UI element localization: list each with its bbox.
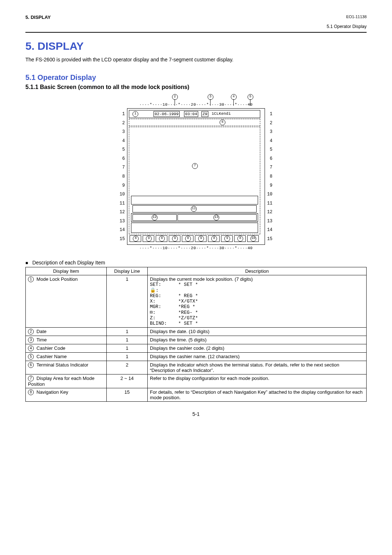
nav-key-box: 8: [182, 235, 193, 242]
item-number-icon: 7: [28, 376, 34, 381]
cell-line: 2 ~ 14: [107, 374, 148, 388]
col-desc: Description: [148, 267, 367, 275]
nav-key-box: 9: [169, 235, 180, 242]
nav-key-label: 9: [224, 236, 230, 242]
line-number: 4: [267, 137, 272, 145]
table-row: 3 Time1Displays the time. (5 digits): [26, 336, 367, 344]
cell-item: 3 Time: [26, 336, 107, 344]
intro-paragraph: The FS-2600 is provided with the LCD ope…: [25, 57, 367, 62]
nav-key-label: 8: [211, 236, 217, 242]
nav-key-label: 9: [198, 236, 204, 242]
cell-desc: Refer to the display configuration for e…: [148, 374, 367, 388]
table-header-row: Display Item Display Line Description: [26, 267, 367, 275]
leader-line: [233, 99, 234, 106]
callout-3: 3: [208, 94, 213, 100]
cell-line: 15: [107, 388, 148, 402]
line-number: 3: [267, 127, 272, 136]
callout-4: 4: [231, 94, 237, 100]
name-box: 1CLKendi: [211, 111, 260, 116]
square-bullet-icon: ■: [25, 260, 28, 266]
nav-key-label: 9: [146, 236, 152, 242]
label-11: 11: [191, 206, 197, 212]
col-line: Display Line: [107, 267, 148, 275]
screen-row-2: 6: [129, 119, 263, 126]
label-6: 6: [220, 119, 225, 125]
cell-item: 6 Terminal Status Indicator: [26, 361, 107, 374]
header-right: EO1-11138 5.1 Operator Display: [327, 15, 367, 29]
column-ruler-top: ····*····10····*····20····*····30····*··…: [118, 103, 275, 107]
screen-row-15: 89898989810: [129, 235, 263, 243]
line-number: 11: [267, 199, 272, 208]
header-rule: [25, 32, 367, 33]
nav-key-box: 8: [208, 235, 220, 242]
line-number: 10: [267, 190, 272, 199]
line-number: 15: [120, 235, 125, 243]
time-box: 03:04: [184, 111, 198, 117]
cell-desc: Displays the cashier code. (2 digits): [148, 344, 367, 353]
line-number: 7: [267, 163, 272, 172]
table-row: 7 Display Area for each Mode Position2 ~…: [26, 374, 367, 388]
table-caption-text: Description of each Display Item: [32, 260, 105, 266]
nav-key-box: 10: [247, 235, 259, 242]
cell-line: 1: [107, 275, 148, 328]
line-number: 5: [120, 145, 125, 154]
line-number: 9: [267, 181, 272, 190]
screen-body: 7 11 12 13: [129, 127, 263, 234]
cell-desc: Displays the time. (5 digits): [148, 336, 367, 344]
table-row: 8 Navigation Key15For details, refer to …: [26, 388, 367, 402]
item-number-icon: 3: [28, 337, 34, 343]
screen-outline: 1 02-06-1999 03:04 Z9 1CLKendi 6 7: [127, 108, 265, 245]
subsection-title: 5.1 Operator Display: [25, 73, 367, 82]
callout-2: 2: [172, 94, 178, 100]
cell-item: 4 Cashier Code: [26, 344, 107, 353]
table-row: 4 Cashier Code1Displays the cashier code…: [26, 344, 367, 353]
nav-key-box: 8: [234, 235, 246, 242]
item-number-icon: 1: [28, 276, 34, 282]
nav-key-label: 8: [185, 236, 191, 242]
label-12: 12: [152, 215, 158, 220]
page-header: 5. DISPLAY EO1-11138 5.1 Operator Displa…: [25, 15, 367, 29]
item-number-icon: 8: [28, 389, 34, 395]
table-row: 6 Terminal Status Indicator2Displays the…: [26, 361, 367, 374]
section-title: 5. DISPLAY: [25, 40, 367, 52]
line-number: 3: [120, 127, 125, 136]
display-figure: 2 3 4 5 ····*····10····*····20····*····3…: [25, 94, 367, 250]
nav-key-box: 8: [156, 235, 167, 242]
label-13: 13: [213, 215, 219, 220]
line-number: 2: [120, 119, 125, 127]
nav-key-label: 8: [159, 236, 165, 242]
col-item: Display Item: [26, 267, 107, 275]
line-number: 14: [120, 226, 125, 234]
nav-key-label: 10: [250, 236, 256, 242]
line-number: 6: [120, 154, 125, 163]
table-row: 2 Date1Displays the date. (10 digits): [26, 328, 367, 336]
nav-key-label: 8: [133, 236, 139, 242]
line-number: 13: [120, 217, 125, 226]
line-number: 8: [120, 172, 125, 181]
line-number: 10: [120, 190, 125, 199]
item-number-icon: 6: [28, 362, 34, 368]
header-left: 5. DISPLAY: [25, 15, 51, 20]
header-section: 5.1 Operator Display: [327, 24, 367, 29]
line-numbers-left: 123456789101112131415: [118, 108, 127, 245]
row-10-box: [131, 196, 258, 204]
item-number-icon: 2: [28, 329, 34, 335]
label-7: 7: [192, 163, 198, 169]
leader-line: [250, 99, 250, 106]
leader-line: [175, 99, 175, 106]
leader-line: [210, 99, 211, 106]
doc-id: EO1-11138: [327, 15, 367, 19]
table-caption: ■ Description of each Display Item: [25, 260, 367, 266]
screen-row-1: 1 02-06-1999 03:04 Z9 1CLKendi: [129, 110, 263, 118]
column-ruler-bottom: ····*····10····*····20····*····30····*··…: [118, 246, 275, 250]
item-number-icon: 4: [28, 345, 34, 351]
line-number: 1: [120, 110, 125, 118]
line-number: 6: [267, 154, 272, 163]
cell-line: 1: [107, 336, 148, 344]
cell-desc: Displays the current mode lock position.…: [148, 275, 367, 328]
line-number: 13: [267, 217, 272, 226]
cell-item: 2 Date: [26, 328, 107, 336]
cell-item: 1 Mode Lock Position: [26, 275, 107, 328]
cell-item: 7 Display Area for each Mode Position: [26, 374, 107, 388]
table-row: 1 Mode Lock Position1Displays the curren…: [26, 275, 367, 328]
